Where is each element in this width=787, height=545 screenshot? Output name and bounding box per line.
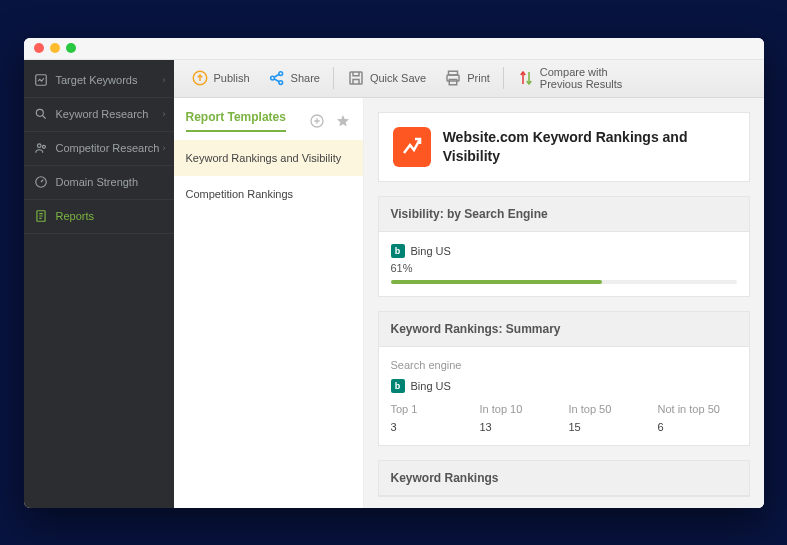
app-window: Target Keywords › Keyword Research › Com…	[24, 38, 764, 508]
app-body: Target Keywords › Keyword Research › Com…	[24, 60, 764, 508]
minimize-icon[interactable]	[50, 43, 60, 53]
summary-card: Keyword Rankings: Summary Search engine …	[378, 311, 750, 446]
sidebar-item-reports[interactable]: Reports	[24, 200, 174, 234]
publish-label: Publish	[214, 72, 250, 84]
svg-point-2	[37, 144, 41, 148]
chevron-right-icon: ›	[163, 75, 166, 85]
chart-icon	[34, 73, 48, 87]
bing-icon: b	[391, 244, 405, 258]
compare-icon	[517, 69, 535, 87]
svg-point-1	[36, 109, 43, 116]
templates-title: Report Templates	[186, 110, 286, 132]
save-icon	[347, 69, 365, 87]
summary-val-top10: 13	[480, 421, 559, 433]
print-icon	[444, 69, 462, 87]
svg-point-3	[42, 145, 45, 148]
compare-label-wrapper: Compare with Previous Results	[540, 66, 623, 90]
summary-engine-label: Bing US	[411, 380, 451, 392]
template-item-label: Competition Rankings	[186, 188, 294, 200]
report-title: Website.com Keyword Rankings and Visibil…	[443, 128, 735, 164]
visibility-heading: Visibility: by Search Engine	[379, 197, 749, 232]
templates-header: Report Templates	[174, 98, 363, 140]
sidebar-item-label: Competitor Research	[56, 142, 160, 154]
chevron-right-icon: ›	[163, 143, 166, 153]
summary-val-top50: 15	[569, 421, 648, 433]
compare-button[interactable]: Compare with Previous Results	[510, 63, 630, 93]
bing-icon: b	[391, 379, 405, 393]
summary-table: Top 1 In top 10 In top 50 Not in top 50 …	[391, 403, 737, 433]
visibility-card: Visibility: by Search Engine b Bing US 6…	[378, 196, 750, 297]
rankings-card: Keyword Rankings	[378, 460, 750, 497]
visibility-bar-fill	[391, 280, 602, 284]
star-icon[interactable]	[335, 113, 351, 129]
publish-button[interactable]: Publish	[184, 66, 257, 90]
users-icon	[34, 141, 48, 155]
search-icon	[34, 107, 48, 121]
sidebar-item-label: Domain Strength	[56, 176, 139, 188]
share-button[interactable]: Share	[261, 66, 327, 90]
search-engine-label: Search engine	[391, 359, 737, 371]
compare-label-line1: Compare with	[540, 66, 623, 78]
compare-label-line2: Previous Results	[540, 78, 623, 90]
visibility-bar	[391, 280, 737, 284]
templates-actions	[309, 113, 351, 129]
sidebar-item-competitor-research[interactable]: Competitor Research ›	[24, 132, 174, 166]
visibility-percent: 61%	[391, 262, 737, 274]
summary-engine-row: b Bing US	[391, 379, 737, 393]
summary-body: Search engine b Bing US Top 1 In top 10 …	[379, 347, 749, 445]
main-panel: Publish Share Quick Save Print	[174, 60, 764, 508]
gauge-icon	[34, 175, 48, 189]
visibility-body: b Bing US 61%	[379, 232, 749, 296]
toolbar-separator	[503, 67, 504, 89]
summary-val-not50: 6	[658, 421, 737, 433]
sidebar-item-label: Reports	[56, 210, 95, 222]
template-item-keyword-rankings[interactable]: Keyword Rankings and Visibility	[174, 140, 363, 176]
report-area: Website.com Keyword Rankings and Visibil…	[364, 98, 764, 508]
close-icon[interactable]	[34, 43, 44, 53]
zoom-icon[interactable]	[66, 43, 76, 53]
template-item-label: Keyword Rankings and Visibility	[186, 152, 342, 164]
trend-icon	[400, 135, 424, 159]
summary-val-top1: 3	[391, 421, 470, 433]
template-item-competition-rankings[interactable]: Competition Rankings	[174, 176, 363, 212]
summary-col-top1: Top 1	[391, 403, 470, 415]
toolbar-separator	[333, 67, 334, 89]
chevron-right-icon: ›	[163, 109, 166, 119]
share-icon	[268, 69, 286, 87]
quick-save-label: Quick Save	[370, 72, 426, 84]
sidebar-item-label: Keyword Research	[56, 108, 149, 120]
toolbar: Publish Share Quick Save Print	[174, 60, 764, 98]
rankings-heading: Keyword Rankings	[379, 461, 749, 496]
sidebar: Target Keywords › Keyword Research › Com…	[24, 60, 174, 508]
report-title-card: Website.com Keyword Rankings and Visibil…	[378, 112, 750, 182]
print-label: Print	[467, 72, 490, 84]
report-hero-icon	[393, 127, 431, 167]
content-row: Report Templates Keyword Rankings and Vi…	[174, 98, 764, 508]
summary-heading: Keyword Rankings: Summary	[379, 312, 749, 347]
quick-save-button[interactable]: Quick Save	[340, 66, 433, 90]
sidebar-item-target-keywords[interactable]: Target Keywords ›	[24, 64, 174, 98]
add-icon[interactable]	[309, 113, 325, 129]
visibility-engine-row: b Bing US	[391, 244, 737, 258]
share-label: Share	[291, 72, 320, 84]
svg-rect-10	[350, 72, 362, 84]
summary-col-not50: Not in top 50	[658, 403, 737, 415]
templates-panel: Report Templates Keyword Rankings and Vi…	[174, 98, 364, 508]
sidebar-item-domain-strength[interactable]: Domain Strength	[24, 166, 174, 200]
print-button[interactable]: Print	[437, 66, 497, 90]
visibility-engine-label: Bing US	[411, 245, 451, 257]
sidebar-item-keyword-research[interactable]: Keyword Research ›	[24, 98, 174, 132]
summary-col-top50: In top 50	[569, 403, 648, 415]
reports-icon	[34, 209, 48, 223]
summary-col-top10: In top 10	[480, 403, 559, 415]
publish-icon	[191, 69, 209, 87]
sidebar-item-label: Target Keywords	[56, 74, 138, 86]
window-titlebar	[24, 38, 764, 60]
report-hero: Website.com Keyword Rankings and Visibil…	[379, 113, 749, 181]
